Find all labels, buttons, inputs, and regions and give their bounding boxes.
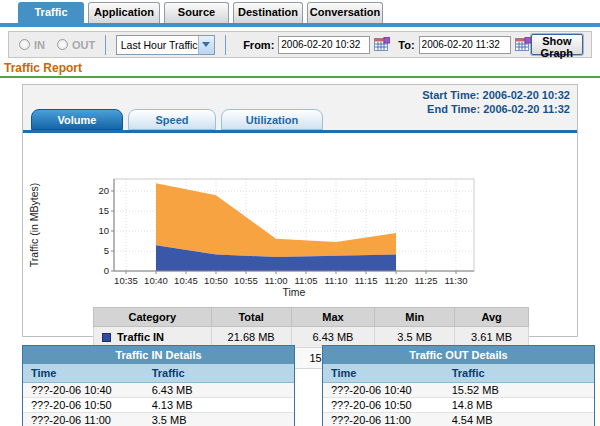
svg-text:11:25: 11:25 [414,275,437,286]
time-cell: ???-20-06 11:00 [323,413,448,426]
svg-text:Time: Time [283,286,306,298]
traffic-area-chart: 10:3510:4010:4510:5010:5511:0011:0511:10… [24,169,504,301]
tab-utilization[interactable]: Utilization [221,109,323,130]
start-time: Start Time: 2006-02-20 10:32 [422,88,570,102]
col-min: Min [375,308,455,327]
col-time: Time [323,364,448,382]
tab-destination[interactable]: Destination [233,2,303,23]
toolbar-separator [105,35,106,55]
top-tab-bar: Traffic Application Source Destination C… [18,2,383,23]
report-tab-bar: Volume Speed Utilization [31,109,323,130]
summary-header-row: Category Total Max Min Avg [94,308,529,327]
svg-text:15: 15 [98,205,109,216]
svg-text:11:05: 11:05 [294,275,317,286]
svg-text:Traffic (in MBytes): Traffic (in MBytes) [28,183,40,268]
direction-radio-group: IN OUT [19,39,95,51]
chevron-down-icon [198,36,214,54]
svg-text:11:20: 11:20 [384,275,407,286]
svg-text:5: 5 [104,245,109,256]
in-details-header: Time Traffic [23,364,294,383]
svg-text:10:50: 10:50 [204,275,228,286]
svg-text:11:30: 11:30 [444,275,467,286]
period-select[interactable]: Last Hour Traffic [116,35,215,55]
tab-speed[interactable]: Speed [128,109,216,130]
traffic-cell: 14.8 MB [448,398,594,412]
calendar-icon[interactable] [374,37,390,52]
time-cell: ???-20-06 10:50 [323,398,448,412]
traffic-out-details-table: Traffic OUT Details Time Traffic ???-20-… [322,345,595,426]
tab-volume[interactable]: Volume [31,109,123,130]
svg-text:11:15: 11:15 [354,275,377,286]
traffic-cell: 15.52 MB [448,383,594,397]
svg-text:20: 20 [98,185,109,196]
from-label: From: [243,39,274,51]
show-graph-button[interactable]: Show Graph [531,34,583,55]
title-underline [0,76,600,78]
svg-text:11:10: 11:10 [324,275,347,286]
tab-bar-underline [0,23,600,27]
radio-in[interactable] [19,39,30,50]
radio-out[interactable] [57,39,68,50]
traffic-in-details-table: Traffic IN Details Time Traffic ???-20-0… [22,345,295,426]
radio-out-label: OUT [72,39,95,51]
out-details-title: Traffic OUT Details [323,346,594,364]
end-time: End Time: 2006-02-20 11:32 [422,102,570,116]
to-date-input[interactable] [419,36,511,54]
time-cell: ???-20-06 10:40 [23,383,148,397]
svg-text:10: 10 [98,225,109,236]
out-details-header: Time Traffic [323,364,594,383]
svg-text:10:55: 10:55 [234,275,258,286]
page-title: Traffic Report [4,61,82,75]
traffic-cell: 6.43 MB [148,383,294,397]
traffic-cell: 3.5 MB [148,413,294,426]
col-category: Category [94,308,212,327]
traffic-report-panel: Start Time: 2006-02-20 10:32 End Time: 2… [22,84,578,337]
traffic-cell: 4.13 MB [148,398,294,412]
to-label: To: [398,39,414,51]
table-row: ???-20-06 10:50 14.8 MB [323,398,594,413]
col-total: Total [211,308,291,327]
table-row: ???-20-06 10:40 6.43 MB [23,383,294,398]
svg-text:0: 0 [104,265,109,276]
svg-text:10:45: 10:45 [174,275,198,286]
from-date-input[interactable] [278,36,370,54]
in-details-title: Traffic IN Details [23,346,294,364]
svg-text:10:40: 10:40 [144,275,168,286]
col-time: Time [23,364,148,382]
time-range: Start Time: 2006-02-20 10:32 End Time: 2… [422,88,570,116]
traffic-cell: 4.54 MB [448,413,594,426]
table-row: ???-20-06 11:00 3.5 MB [23,413,294,426]
col-max: Max [291,308,375,327]
tab-traffic[interactable]: Traffic [18,2,84,23]
traffic-in-swatch-icon [102,333,111,342]
col-traffic: Traffic [448,364,594,382]
tab-application[interactable]: Application [88,2,160,23]
svg-text:11:00: 11:00 [264,275,287,286]
volume-tab-content: 10:3510:4010:4510:5010:5511:0011:0511:10… [23,133,577,336]
period-select-value: Last Hour Traffic [117,39,198,51]
table-row: ???-20-06 10:40 15.52 MB [323,383,594,398]
calendar-icon[interactable] [515,37,531,52]
col-avg: Avg [455,308,529,327]
table-row: ???-20-06 10:50 4.13 MB [23,398,294,413]
graph-toolbar: IN OUT Last Hour Traffic From: To: [8,31,592,58]
svg-text:10:35: 10:35 [114,275,138,286]
tab-source[interactable]: Source [164,2,229,23]
app-window: Traffic Application Source Destination C… [0,0,600,426]
radio-in-label: IN [34,39,45,51]
tab-conversation[interactable]: Conversation [307,2,383,23]
time-cell: ???-20-06 11:00 [23,413,148,426]
toolbar-separator [225,35,226,55]
col-traffic: Traffic [148,364,294,382]
table-row: ???-20-06 11:00 4.54 MB [323,413,594,426]
time-cell: ???-20-06 10:40 [323,383,448,397]
time-cell: ???-20-06 10:50 [23,398,148,412]
